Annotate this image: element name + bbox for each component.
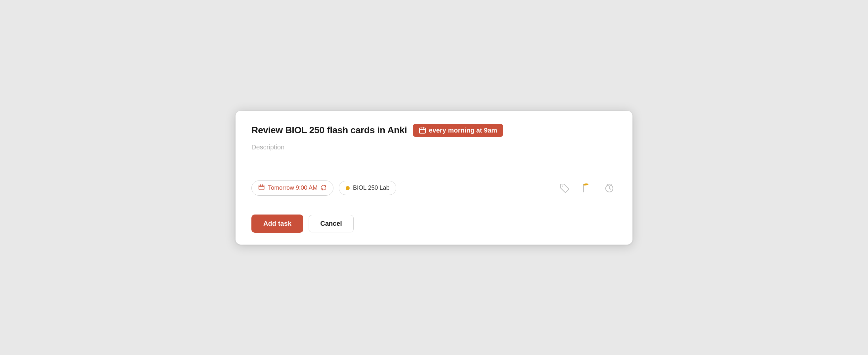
- project-dot: [346, 186, 350, 190]
- project-pill[interactable]: BIOL 250 Lab: [339, 181, 396, 195]
- actions-row: Add task Cancel: [251, 215, 617, 233]
- svg-line-11: [609, 188, 611, 189]
- divider: [251, 205, 617, 205]
- recurrence-calendar-icon: [419, 127, 426, 134]
- recurrence-badge[interactable]: every morning at 9am: [413, 124, 503, 137]
- task-title[interactable]: Review BIOL 250 flash cards in Anki: [251, 125, 407, 135]
- date-calendar-icon: [258, 184, 265, 192]
- task-title-row: Review BIOL 250 flash cards in Anki ever…: [251, 124, 617, 137]
- svg-rect-0: [420, 128, 425, 133]
- date-pill[interactable]: Tomorrow 9:00 AM: [251, 181, 334, 196]
- tag-icon-button[interactable]: [557, 181, 571, 195]
- description-input[interactable]: [251, 143, 617, 170]
- cancel-button[interactable]: Cancel: [309, 215, 353, 232]
- task-card: Review BIOL 250 flash cards in Anki ever…: [236, 111, 632, 245]
- icon-actions: [557, 181, 617, 195]
- clock-icon: [604, 183, 615, 193]
- svg-point-8: [562, 186, 563, 186]
- date-label: Tomorrow 9:00 AM: [268, 185, 317, 191]
- flag-icon: [582, 183, 592, 193]
- svg-rect-4: [259, 185, 264, 190]
- repeat-icon: [321, 185, 327, 191]
- tag-icon: [559, 183, 569, 193]
- add-task-button[interactable]: Add task: [251, 215, 303, 233]
- project-label: BIOL 250 Lab: [353, 185, 389, 191]
- reminder-icon-button[interactable]: [602, 181, 617, 195]
- recurrence-label: every morning at 9am: [429, 127, 497, 134]
- meta-row: Tomorrow 9:00 AM BIOL 250 Lab: [251, 181, 617, 196]
- flag-icon-button[interactable]: [580, 181, 594, 195]
